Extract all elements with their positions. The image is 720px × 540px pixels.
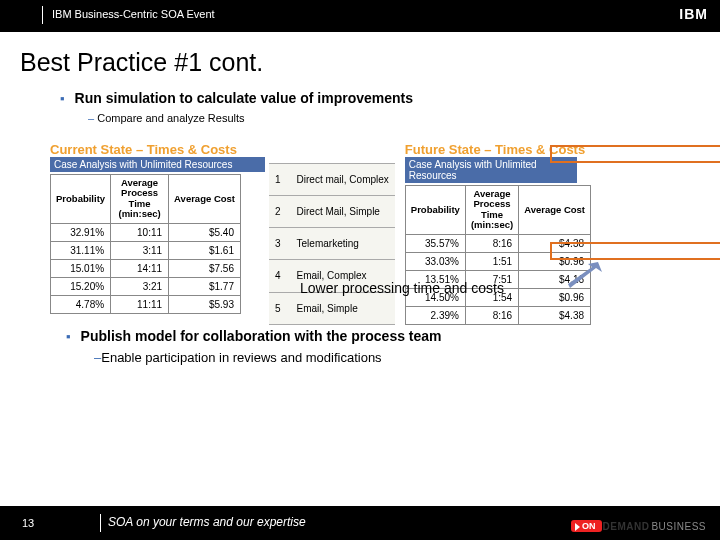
ibm-logo: IBM bbox=[679, 6, 708, 22]
current-table: Probability Average Process Time (min:se… bbox=[50, 174, 241, 314]
future-title: Future State – Times & Costs bbox=[405, 142, 591, 157]
future-table: Probability Average Process Time (min:se… bbox=[405, 185, 591, 325]
col-prob: Probability bbox=[51, 175, 111, 224]
header-divider bbox=[42, 6, 43, 24]
table-row: 2Direct Mail, Simple bbox=[269, 196, 395, 228]
table-row: 33.03%1:51$0.96 bbox=[405, 252, 590, 270]
bullet-sub-2: Enable participation in reviews and modi… bbox=[94, 350, 706, 365]
lower-caption: Lower processing time and costs bbox=[300, 280, 504, 296]
table-row: 3Telemarketing bbox=[269, 228, 395, 260]
page-number: 13 bbox=[22, 517, 34, 529]
table-row: 32.91%10:11$5.40 bbox=[51, 223, 241, 241]
footer-bar: 13 SOA on your terms and our expertise O… bbox=[0, 506, 720, 540]
table-row: 35.57%8:16$4.38 bbox=[405, 234, 590, 252]
current-state-section: Current State – Times & Costs Case Analy… bbox=[50, 142, 265, 325]
col-cost: Average Cost bbox=[169, 175, 241, 224]
slide-title: Best Practice #1 cont. bbox=[20, 48, 263, 77]
bullet-sub-1: Compare and analyze Results bbox=[88, 112, 700, 124]
col-prob: Probability bbox=[405, 186, 465, 235]
content-block-1: Run simulation to calculate value of imp… bbox=[60, 90, 700, 126]
header-bar: IBM Business-Centric SOA Event IBM bbox=[0, 0, 720, 32]
case-labels-table: 1Direct mail, Complex 2Direct Mail, Simp… bbox=[269, 163, 395, 325]
svg-marker-0 bbox=[568, 262, 602, 288]
footer-tagline: SOA on your terms and our expertise bbox=[108, 515, 306, 529]
footer-divider bbox=[100, 514, 101, 532]
future-subtitle: Case Analysis with Unlimited Resources bbox=[405, 157, 577, 183]
current-title: Current State – Times & Costs bbox=[50, 142, 265, 157]
future-state-section: Future State – Times & Costs Case Analys… bbox=[405, 142, 591, 325]
col-time: Average Process Time (min:sec) bbox=[111, 175, 169, 224]
event-title: IBM Business-Centric SOA Event bbox=[52, 8, 215, 20]
table-row: 31.11%3:11$1.61 bbox=[51, 241, 241, 259]
comparison-tables: Current State – Times & Costs Case Analy… bbox=[50, 142, 690, 325]
col-cost: Average Cost bbox=[519, 186, 591, 235]
play-icon bbox=[575, 523, 580, 531]
current-subtitle: Case Analysis with Unlimited Resources bbox=[50, 157, 265, 172]
arrow-icon bbox=[568, 262, 604, 290]
col-time: Average Process Time (min:sec) bbox=[465, 186, 518, 235]
table-row: 15.20%3:21$1.77 bbox=[51, 277, 241, 295]
bullet-main-2: Publish model for collaboration with the… bbox=[66, 328, 706, 344]
content-block-2: Publish model for collaboration with the… bbox=[66, 328, 706, 365]
on-demand-logo: ONDEMANDBUSINESS bbox=[571, 520, 706, 532]
table-row: 5Email, Simple bbox=[269, 292, 395, 324]
table-row: 15.01%14:11$7.56 bbox=[51, 259, 241, 277]
table-row: 4.78%11:11$5.93 bbox=[51, 295, 241, 313]
table-row: 2.39%8:16$4.38 bbox=[405, 306, 590, 324]
bullet-main-1: Run simulation to calculate value of imp… bbox=[60, 90, 700, 106]
table-row: 1Direct mail, Complex bbox=[269, 164, 395, 196]
